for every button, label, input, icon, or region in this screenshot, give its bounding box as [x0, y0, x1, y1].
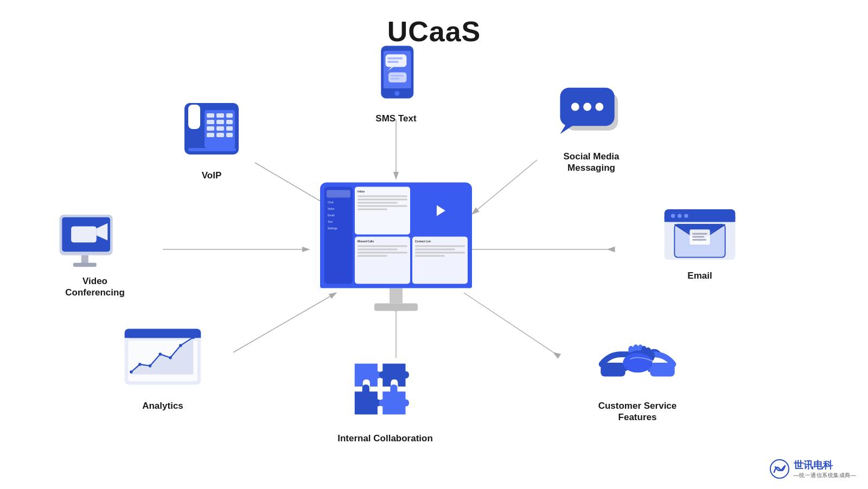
customer-node: Customer ServiceFeatures [575, 325, 700, 423]
svg-point-60 [159, 352, 162, 356]
svg-rect-26 [391, 78, 400, 80]
collab-label: Internal Collaboration [337, 433, 433, 444]
missed-line-3 [358, 252, 407, 253]
monitor-screen: Chat Voice Email Text Settings Inbox [320, 183, 472, 288]
missed-calls-label: Missed Calls [358, 239, 407, 242]
voip-icon [176, 95, 247, 165]
voip-node: VoIP [168, 95, 255, 181]
svg-rect-16 [226, 133, 233, 137]
missed-line-1 [358, 245, 407, 247]
customer-label: Customer ServiceFeatures [598, 400, 677, 423]
social-arrow [472, 160, 537, 214]
watermark-text: 世讯电科 —统一通信系统集成商— [794, 459, 857, 479]
svg-rect-50 [692, 233, 707, 235]
collab-node: Internal Collaboration [331, 352, 439, 444]
svg-rect-20 [386, 54, 407, 67]
svg-rect-25 [391, 75, 404, 76]
svg-point-67 [623, 353, 653, 372]
svg-rect-52 [692, 239, 706, 241]
contact-line-1 [415, 245, 465, 247]
missed-line-2 [358, 248, 398, 250]
svg-rect-15 [216, 133, 224, 137]
contact-list-panel: Contact List [412, 236, 468, 284]
svg-rect-5 [207, 113, 214, 118]
inbox-line-3 [358, 202, 398, 204]
svg-rect-51 [692, 236, 704, 237]
svg-rect-13 [226, 126, 233, 131]
sidebar-label-voice: Voice [328, 207, 349, 210]
svg-rect-3 [188, 105, 200, 129]
inbox-line-4 [358, 205, 407, 207]
watermark-company: 世讯电科 [794, 459, 833, 472]
sms-node: SMS Text [358, 43, 434, 124]
svg-rect-39 [73, 263, 97, 267]
email-icon [662, 206, 738, 266]
svg-rect-8 [207, 120, 214, 124]
sms-icon [366, 43, 426, 108]
analytics-node: Analytics [108, 325, 217, 411]
customer-icon [597, 325, 678, 396]
email-label: Email [687, 270, 712, 281]
watermark-subtitle: —统一通信系统集成商— [794, 472, 857, 479]
inbox-line-2 [358, 199, 407, 201]
contact-line-4 [415, 255, 445, 256]
svg-rect-36 [71, 226, 97, 242]
analytics-icon [122, 325, 203, 396]
svg-rect-66 [650, 363, 674, 376]
watermark-logo-icon [770, 459, 789, 479]
svg-point-32 [595, 103, 603, 111]
svg-rect-9 [216, 120, 224, 124]
svg-rect-23 [387, 61, 398, 63]
svg-point-62 [179, 344, 182, 348]
svg-point-57 [130, 370, 133, 374]
svg-point-45 [684, 214, 688, 217]
svg-point-43 [671, 214, 675, 217]
contact-line-3 [415, 252, 465, 253]
svg-rect-42 [665, 217, 736, 222]
svg-rect-12 [216, 126, 224, 131]
svg-rect-55 [125, 334, 201, 338]
svg-point-58 [138, 363, 142, 366]
customer-arrow [464, 293, 553, 352]
svg-point-59 [149, 364, 152, 368]
inbox-panel: Inbox [355, 187, 410, 235]
svg-point-63 [192, 336, 195, 339]
missed-calls-panel: Missed Calls [355, 236, 410, 284]
monitor-stand-base [374, 304, 418, 311]
svg-rect-7 [226, 113, 233, 118]
svg-point-44 [678, 214, 681, 217]
play-icon [437, 205, 445, 216]
inbox-line-1 [358, 196, 407, 197]
sidebar-label-text: Text [328, 220, 349, 223]
svg-rect-22 [387, 57, 403, 60]
svg-point-30 [571, 103, 579, 111]
video-node: VideoConferencing [41, 211, 149, 299]
sidebar-label-settings: Settings [328, 227, 349, 230]
social-label: Social MediaMessaging [564, 151, 620, 174]
contact-list-label: Contact List [415, 239, 465, 242]
center-monitor: Chat Voice Email Text Settings Inbox [317, 183, 475, 311]
sidebar-label-email: Email [328, 214, 349, 217]
monitor-stand-neck [390, 288, 403, 304]
svg-point-61 [169, 356, 172, 359]
monitor-content: Inbox Missed Calls Contact List [355, 187, 468, 284]
watermark: 世讯电科 —统一通信系统集成商— [770, 459, 857, 479]
svg-rect-14 [207, 133, 214, 137]
video-icon [57, 211, 133, 271]
video-label: VideoConferencing [65, 275, 125, 299]
contact-line-2 [415, 248, 455, 250]
email-node: Email [651, 206, 749, 281]
sidebar-label-chat: Chat [328, 201, 349, 204]
analytics-label: Analytics [142, 400, 183, 411]
svg-rect-10 [226, 120, 233, 124]
svg-rect-65 [601, 363, 625, 376]
svg-rect-24 [388, 73, 406, 82]
inbox-line-5 [358, 209, 387, 210]
voip-label: VoIP [202, 170, 222, 181]
play-button-panel [412, 187, 468, 235]
svg-point-31 [583, 103, 591, 111]
inbox-label: Inbox [358, 190, 407, 193]
sms-label: SMS Text [375, 113, 416, 124]
monitor-sidebar: Chat Voice Email Text Settings [324, 187, 353, 284]
svg-rect-17 [188, 148, 236, 151]
